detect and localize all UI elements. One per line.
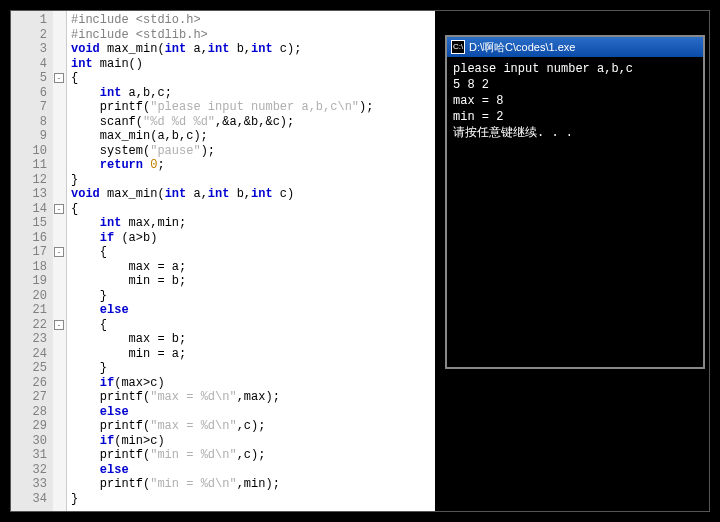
code-line[interactable]: else <box>71 463 431 478</box>
line-number: 30 <box>13 434 47 449</box>
code-line[interactable]: printf("max = %d\n",c); <box>71 419 431 434</box>
fold-toggle[interactable]: - <box>54 320 64 330</box>
line-number: 11 <box>13 158 47 173</box>
code-line[interactable]: else <box>71 405 431 420</box>
code-line[interactable]: printf("max = %d\n",max); <box>71 390 431 405</box>
code-line[interactable]: } <box>71 492 431 507</box>
line-number: 1 <box>13 13 47 28</box>
code-line[interactable]: min = a; <box>71 347 431 362</box>
code-line[interactable]: { <box>71 71 431 86</box>
line-number: 32 <box>13 463 47 478</box>
fold-toggle[interactable]: - <box>54 247 64 257</box>
console-line: 请按任意键继续. . . <box>453 125 697 141</box>
code-line[interactable]: printf("min = %d\n",c); <box>71 448 431 463</box>
line-number: 27 <box>13 390 47 405</box>
code-line[interactable]: int max,min; <box>71 216 431 231</box>
code-line[interactable]: int a,b,c; <box>71 86 431 101</box>
code-line[interactable]: max_min(a,b,c); <box>71 129 431 144</box>
line-number: 23 <box>13 332 47 347</box>
fold-column[interactable]: ---- <box>53 11 67 511</box>
code-line[interactable]: if(min>c) <box>71 434 431 449</box>
code-line[interactable]: min = b; <box>71 274 431 289</box>
line-number: 2 <box>13 28 47 43</box>
line-number: 19 <box>13 274 47 289</box>
line-number: 26 <box>13 376 47 391</box>
line-number: 10 <box>13 144 47 159</box>
console-line: max = 8 <box>453 93 697 109</box>
app-frame: 1234567891011121314151617181920212223242… <box>10 10 710 512</box>
code-line[interactable]: { <box>71 202 431 217</box>
line-number: 4 <box>13 57 47 72</box>
line-number: 12 <box>13 173 47 188</box>
code-line[interactable]: #include <stdio.h> <box>71 13 431 28</box>
console-output: please input number a,b,c5 8 2max = 8min… <box>447 57 703 145</box>
line-number: 5 <box>13 71 47 86</box>
code-line[interactable]: if(max>c) <box>71 376 431 391</box>
line-number: 3 <box>13 42 47 57</box>
code-line[interactable]: if (a>b) <box>71 231 431 246</box>
code-line[interactable]: void max_min(int a,int b,int c) <box>71 187 431 202</box>
code-line[interactable]: system("pause"); <box>71 144 431 159</box>
line-number: 20 <box>13 289 47 304</box>
line-number-gutter: 1234567891011121314151617181920212223242… <box>11 11 53 511</box>
code-line[interactable]: { <box>71 245 431 260</box>
console-titlebar[interactable]: C:\ D:\啊哈C\codes\1.exe <box>447 37 703 57</box>
line-number: 22 <box>13 318 47 333</box>
line-number: 28 <box>13 405 47 420</box>
code-line[interactable]: { <box>71 318 431 333</box>
code-line[interactable]: int main() <box>71 57 431 72</box>
fold-toggle[interactable]: - <box>54 73 64 83</box>
code-line[interactable]: max = b; <box>71 332 431 347</box>
line-number: 31 <box>13 448 47 463</box>
line-number: 8 <box>13 115 47 130</box>
code-line[interactable]: return 0; <box>71 158 431 173</box>
line-number: 9 <box>13 129 47 144</box>
console-window[interactable]: C:\ D:\啊哈C\codes\1.exe please input numb… <box>445 35 705 369</box>
line-number: 18 <box>13 260 47 275</box>
line-number: 17 <box>13 245 47 260</box>
code-line[interactable]: else <box>71 303 431 318</box>
console-line: please input number a,b,c <box>453 61 697 77</box>
code-line[interactable]: printf("min = %d\n",min); <box>71 477 431 492</box>
console-line: min = 2 <box>453 109 697 125</box>
code-editor[interactable]: 1234567891011121314151617181920212223242… <box>11 11 435 511</box>
line-number: 14 <box>13 202 47 217</box>
code-line[interactable]: scanf("%d %d %d",&a,&b,&c); <box>71 115 431 130</box>
code-line[interactable]: } <box>71 173 431 188</box>
line-number: 24 <box>13 347 47 362</box>
code-line[interactable]: printf("please input number a,b,c\n"); <box>71 100 431 115</box>
line-number: 13 <box>13 187 47 202</box>
line-number: 15 <box>13 216 47 231</box>
fold-toggle[interactable]: - <box>54 204 64 214</box>
line-number: 34 <box>13 492 47 507</box>
line-number: 29 <box>13 419 47 434</box>
line-number: 7 <box>13 100 47 115</box>
console-title: D:\啊哈C\codes\1.exe <box>469 40 575 55</box>
code-area[interactable]: #include <stdio.h>#include <stdlib.h>voi… <box>67 11 435 511</box>
code-line[interactable]: } <box>71 361 431 376</box>
line-number: 6 <box>13 86 47 101</box>
console-icon: C:\ <box>451 40 465 54</box>
line-number: 25 <box>13 361 47 376</box>
code-line[interactable]: } <box>71 289 431 304</box>
code-line[interactable]: max = a; <box>71 260 431 275</box>
line-number: 16 <box>13 231 47 246</box>
line-number: 21 <box>13 303 47 318</box>
console-line: 5 8 2 <box>453 77 697 93</box>
line-number: 33 <box>13 477 47 492</box>
code-line[interactable]: void max_min(int a,int b,int c); <box>71 42 431 57</box>
code-line[interactable]: #include <stdlib.h> <box>71 28 431 43</box>
